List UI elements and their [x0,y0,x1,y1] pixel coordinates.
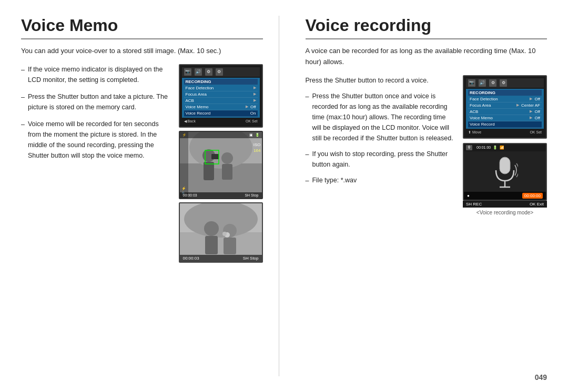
bullet-dash: – [21,65,25,85]
voice-recording-content: Press the Shutter button to record a voi… [306,75,547,215]
mic-status-icons: 00:01:00 🔋 📶 [476,146,504,150]
bullet-dash: – [21,119,25,161]
bullet-text-r2: If you wish to stop recording, press the… [312,149,455,170]
menu-row-acb: ACB ▶ [184,98,258,104]
list-item: – If you wish to stop recording, press t… [306,149,456,170]
menu-value: Center AF [521,103,540,108]
menu-row-voice-record: Voice Record On [184,110,258,117]
menu-label: Voice Memo [186,105,209,109]
menu-row-face-r: Face Detection ▶ Off [468,96,542,102]
menu-arrow-icon: ▶ [516,103,519,107]
voice-memo-section: Voice Memo You can add your voice-over t… [21,16,279,376]
caption: <Voice recording mode> [463,210,547,215]
svg-point-17 [222,232,227,236]
camera-menu: RECORDING Face Detection ▶ Focus Area ▶ … [182,78,260,118]
mic-footer: SH REC OK Exit [463,201,547,208]
row-right: ▶ Center AF [516,103,540,108]
svg-rect-18 [500,157,510,174]
rec-timer-top: 00:01:00 [476,146,491,150]
menu-arrow-icon: ▶ [530,97,532,101]
menu-label: Focus Area [470,103,491,108]
bullet-text-1: If the voice memo indicator is displayed… [28,64,170,85]
menu-header-r: RECORDING [468,90,542,96]
vf-icon-2: 🔋 [255,133,260,137]
footer-ok: OK Set [246,119,258,123]
voice-memo-title: Voice Memo [21,16,263,39]
viewfinder-bottom-bar: 00:00:03 SH Stop [180,192,262,198]
row-right: ▶ Off [530,97,540,101]
right-images-column: 📷 🔊 ⚙ ⚙ RECORDING Face Detection ▶ Off [463,75,547,215]
bullet-dash: – [306,149,309,170]
mic-footer-sh: SH REC [466,202,482,207]
menu-row-right: ▶ Off [246,105,256,109]
bullet-text-2: Press the Shutter button and take a pict… [28,91,170,112]
viewfinder-right-info: ISO 164 [253,142,261,153]
couple-image [180,203,262,262]
svg-rect-13 [205,236,218,254]
menu-arrow-icon: ▶ [246,105,248,109]
menu-icon-r: ⚙ [489,79,496,87]
bullet-dash: – [306,91,309,143]
menu-label: Face Detection [186,86,214,90]
menu-label: ACB [186,98,194,103]
photo-timer: 00:00:03 [183,256,199,261]
menu-arrow-icon: ▶ [253,86,256,90]
menu-footer: ◀ Back OK Set [182,118,260,125]
voice-recording-menu-screen: 📷 🔊 ⚙ ⚙ RECORDING Face Detection ▶ Off [463,75,547,139]
microphone-icon [492,154,518,189]
menu-row-focus: Focus Area ▶ [184,91,258,98]
menu-value: Off [534,116,540,120]
menu-header: RECORDING [184,79,258,85]
menu-row-voice-memo: Voice Memo ▶ Off [184,104,258,110]
viewfinder-top-bar: ⚡ ▣ 🔋 [180,132,262,138]
row-right: ▶ Off [530,109,540,114]
battery-icon: 🔋 [493,146,498,150]
svg-point-6 [221,152,233,164]
voice-recording-intro: A voice can be recorded for as long as t… [306,46,547,68]
menu-label: Voice Memo [470,116,493,120]
menu-value: On [250,111,256,116]
list-item: – File type: *.wav [306,175,456,186]
signal-icon: 📶 [500,146,504,150]
menu-arrow-icon: ▶ [253,92,256,96]
svg-rect-4 [204,162,214,180]
camera-icon-r: 📷 [468,79,475,87]
voice-recording-text: Press the Shutter button to record a voi… [306,75,456,215]
rec-indicator: ● [467,193,470,198]
voice-memo-bullets: – If the voice memo indicator is display… [21,64,170,263]
speaker-icon-r: 🔊 [479,79,486,87]
vf-timer-value: 00:00:03 [183,193,197,197]
menu-row-acb-r: ACB ▶ Off [468,109,542,115]
camera-menu-screen: 📷 🔊 ⚙ ⚙ RECORDING Face Detection ▶ Focus… [179,64,263,128]
recording-time-display: 00:00:00 [522,193,543,199]
photo-couple: 00:00:03 SH Stop [179,202,263,263]
menu-arrow-icon: ▶ [530,116,532,120]
photo-label: SH Stop [243,256,259,261]
menu-label: Voice Record [470,122,495,127]
left-images-column: 📷 🔊 ⚙ ⚙ RECORDING Face Detection ▶ Focus… [179,64,263,263]
menu-row-voice-memo-r: Voice Memo ▶ Off [468,115,542,121]
menu-row-voice-record-r: Voice Record [468,121,542,128]
vf-top-right-icons: ▣ 🔋 [249,133,260,137]
svg-rect-7 [222,164,232,180]
camera-viewfinder: ⚡ ▣ 🔋 ⚡ 🔍 ISO 164 [179,131,263,199]
settings-icon: ⚙ [216,68,223,76]
list-item: – If the voice memo indicator is display… [21,64,170,85]
menu-value: Off [534,97,540,101]
voice-recording-menu: RECORDING Face Detection ▶ Off Focus Are… [466,89,544,129]
list-item: – Voice memo will be recorded for ten se… [21,119,170,161]
voice-recording-title: Voice recording [306,16,547,39]
voice-memo-intro: You can add your voice-over to a stored … [21,46,263,57]
vf-iso: ISO [253,142,261,147]
mic-recording-screen: 🎙 00:01:00 🔋 📶 [463,143,547,201]
settings-icon-r: ⚙ [500,79,507,87]
list-item: – Press the Shutter button and take a pi… [21,91,170,112]
mic-recording-screen-container: 🎙 00:01:00 🔋 📶 [463,143,547,215]
mic-bottom-bar: ● 00:00:00 [464,192,546,200]
camera-icon: 📷 [184,68,191,76]
footer-back: ◀ Back [184,119,196,123]
vf-label: SH Stop [245,193,258,197]
viewfinder-image [180,132,262,198]
mic-footer-ok: OK Exit [530,202,544,207]
menu-value: Off [250,105,256,109]
